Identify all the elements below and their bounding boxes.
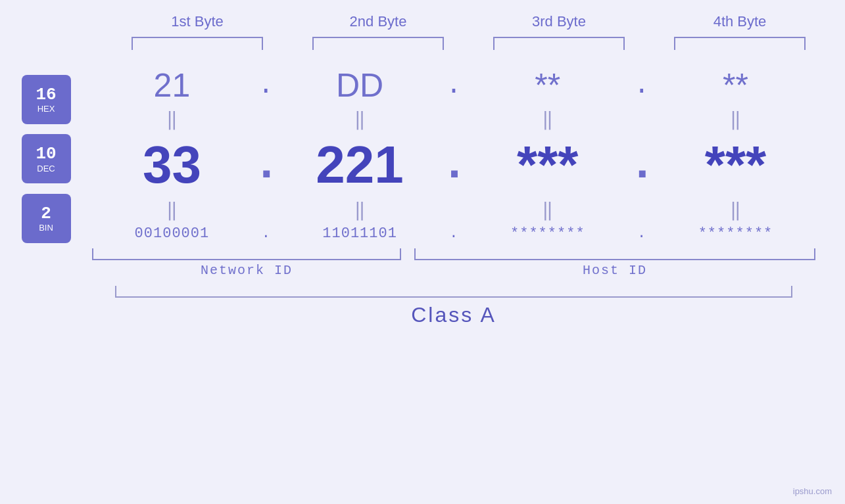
id-labels-row: Network ID Host ID [92, 263, 815, 278]
bin-row: 00100001 . 11011101 . ******** . *******… [92, 225, 815, 242]
dec-dot3: . [629, 139, 655, 191]
eq-row-1: ‖ ‖ ‖ ‖ [92, 108, 815, 131]
byte4-header: 4th Byte [661, 13, 819, 30]
hex-dot2: . [441, 71, 467, 101]
bracket-byte1 [132, 37, 263, 50]
hex-badge-num: 16 [36, 85, 56, 104]
bin-b4: ******** [656, 225, 814, 242]
dec-badge-label: DEC [37, 164, 55, 173]
hex-badge: 16 HEX [22, 75, 71, 124]
bottom-brackets-row [92, 248, 815, 260]
bracket-byte4 [674, 37, 806, 50]
eq1-b3: ‖ [469, 108, 627, 131]
dec-b4: *** [656, 135, 814, 195]
bin-badge: 2 BIN [22, 194, 71, 243]
hex-badge-label: HEX [37, 104, 55, 114]
bin-b3: ******** [469, 225, 627, 242]
eq-row-2: ‖ ‖ ‖ ‖ [92, 199, 815, 221]
byte-headers: 1st Byte 2nd Byte 3rd Byte 4th Byte [107, 13, 831, 30]
hex-b2: DD [281, 66, 439, 104]
main-container: 1st Byte 2nd Byte 3rd Byte 4th Byte 16 H… [0, 0, 845, 504]
dec-badge-num: 10 [36, 145, 56, 164]
host-id-bracket [414, 248, 815, 260]
hex-dot3: . [629, 71, 655, 101]
eq2-b4: ‖ [656, 199, 814, 221]
bin-b1: 00100001 [93, 225, 251, 242]
eq2-b1: ‖ [93, 199, 251, 221]
dec-b3: *** [469, 135, 627, 195]
dec-row: 33 . 221 . *** . *** [92, 135, 815, 195]
hex-dot1: . [253, 71, 279, 101]
dec-dot1: . [253, 139, 279, 191]
host-id-label: Host ID [414, 263, 815, 278]
byte3-header: 3rd Byte [480, 13, 638, 30]
bracket-spacer [401, 248, 414, 260]
watermark: ipshu.com [793, 486, 832, 496]
class-bracket [115, 286, 792, 298]
hex-row: 21 . DD . ** . ** [92, 66, 815, 104]
bracket-byte3 [493, 37, 625, 50]
top-brackets [107, 37, 831, 50]
byte2-header: 2nd Byte [299, 13, 457, 30]
eq1-b1: ‖ [93, 108, 251, 131]
network-id-label: Network ID [92, 263, 401, 278]
bin-dot1: . [253, 225, 279, 242]
bin-dot3: . [629, 225, 655, 242]
hex-b3: ** [469, 66, 627, 104]
badges-column: 16 HEX 10 DEC 2 BIN [0, 63, 92, 327]
bracket-byte2 [312, 37, 444, 50]
eq2-b3: ‖ [469, 199, 627, 221]
dec-badge: 10 DEC [22, 134, 71, 183]
dec-dot2: . [441, 139, 467, 191]
bin-badge-label: BIN [39, 223, 53, 233]
class-label: Class A [92, 303, 815, 327]
bin-b2: 11011101 [281, 225, 439, 242]
byte1-header: 1st Byte [118, 13, 276, 30]
dec-b1: 33 [93, 135, 251, 195]
network-id-bracket [92, 248, 401, 260]
data-section: 21 . DD . ** . ** ‖ ‖ [92, 63, 845, 327]
dec-b2: 221 [281, 135, 439, 195]
hex-b4: ** [656, 66, 814, 104]
bin-dot2: . [441, 225, 467, 242]
bin-badge-num: 2 [41, 204, 51, 223]
class-section: Class A [92, 286, 815, 327]
eq2-b2: ‖ [281, 199, 439, 221]
hex-b1: 21 [93, 66, 251, 104]
eq1-b4: ‖ [656, 108, 814, 131]
eq1-b2: ‖ [281, 108, 439, 131]
